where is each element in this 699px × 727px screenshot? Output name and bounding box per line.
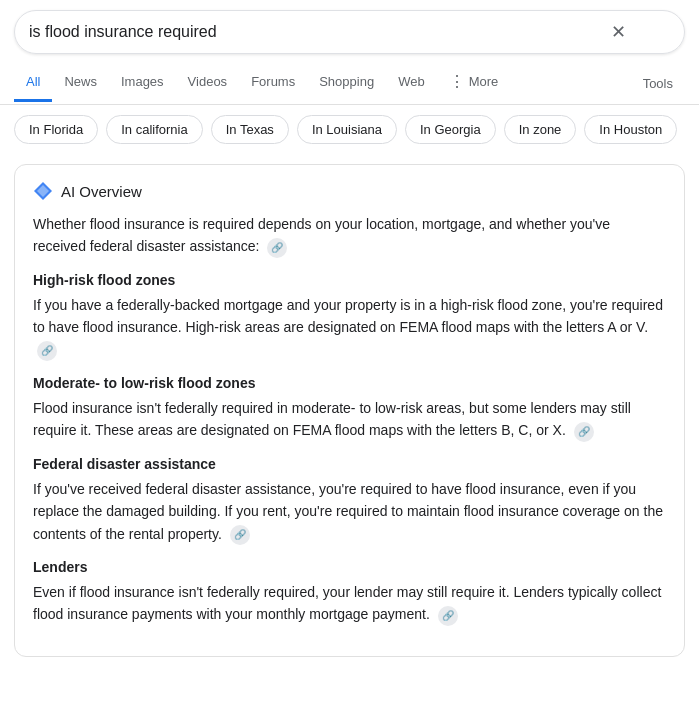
mic-button[interactable] <box>638 23 642 42</box>
tab-all[interactable]: All <box>14 64 52 102</box>
vertical-dots-icon: ⋮ <box>449 72 465 91</box>
section3-link-icon[interactable]: 🔗 <box>230 525 250 545</box>
clear-button[interactable]: ✕ <box>609 19 628 45</box>
section-body-3: If you've received federal disaster assi… <box>33 478 666 545</box>
tab-images-label: Images <box>121 74 164 89</box>
close-icon: ✕ <box>611 21 626 43</box>
search-button[interactable] <box>666 23 670 42</box>
section-body-2: Flood insurance isn't federally required… <box>33 397 666 442</box>
ai-intro-text: Whether flood insurance is required depe… <box>33 213 666 258</box>
tab-web-label: Web <box>398 74 425 89</box>
tab-shopping[interactable]: Shopping <box>307 64 386 102</box>
chip-florida[interactable]: In Florida <box>14 115 98 144</box>
chip-louisiana[interactable]: In Louisiana <box>297 115 397 144</box>
chip-georgia[interactable]: In Georgia <box>405 115 496 144</box>
tab-news[interactable]: News <box>52 64 109 102</box>
ai-overview-section: AI Overview Whether flood insurance is r… <box>14 164 685 657</box>
chip-texas[interactable]: In Texas <box>211 115 289 144</box>
section-heading-1: High-risk flood zones <box>33 272 666 288</box>
tab-all-label: All <box>26 74 40 89</box>
section-body-1: If you have a federally-backed mortgage … <box>33 294 666 361</box>
tab-more[interactable]: ⋮ More <box>437 62 511 104</box>
section1-link-icon[interactable]: 🔗 <box>37 341 57 361</box>
tab-more-label: More <box>469 74 499 89</box>
ai-diamond-icon <box>33 181 53 201</box>
filter-chips: In Florida In california In Texas In Lou… <box>0 105 699 154</box>
search-icons: ✕ <box>609 19 670 45</box>
tools-tab[interactable]: Tools <box>631 66 685 101</box>
chip-california[interactable]: In california <box>106 115 202 144</box>
chip-houston[interactable]: In Houston <box>584 115 677 144</box>
section-body-4: Even if flood insurance isn't federally … <box>33 581 666 626</box>
chip-zone[interactable]: In zone <box>504 115 577 144</box>
ai-overview-title: AI Overview <box>61 183 142 200</box>
lens-button[interactable] <box>652 23 656 42</box>
section-heading-3: Federal disaster assistance <box>33 456 666 472</box>
search-input[interactable]: is flood insurance required <box>29 23 609 41</box>
intro-link-icon[interactable]: 🔗 <box>267 238 287 258</box>
search-bar: is flood insurance required ✕ <box>14 10 685 54</box>
section-heading-4: Lenders <box>33 559 666 575</box>
tab-web[interactable]: Web <box>386 64 437 102</box>
tab-news-label: News <box>64 74 97 89</box>
tab-shopping-label: Shopping <box>319 74 374 89</box>
ai-overview-header: AI Overview <box>33 181 666 201</box>
tab-videos-label: Videos <box>188 74 228 89</box>
section-heading-2: Moderate- to low-risk flood zones <box>33 375 666 391</box>
tab-images[interactable]: Images <box>109 64 176 102</box>
tabs-nav: All News Images Videos Forums Shopping W… <box>0 62 699 105</box>
tab-forums[interactable]: Forums <box>239 64 307 102</box>
tab-videos[interactable]: Videos <box>176 64 240 102</box>
search-bar-container: is flood insurance required ✕ <box>0 0 699 62</box>
tab-forums-label: Forums <box>251 74 295 89</box>
section2-link-icon[interactable]: 🔗 <box>574 422 594 442</box>
section4-link-icon[interactable]: 🔗 <box>438 606 458 626</box>
tools-label: Tools <box>643 76 673 91</box>
